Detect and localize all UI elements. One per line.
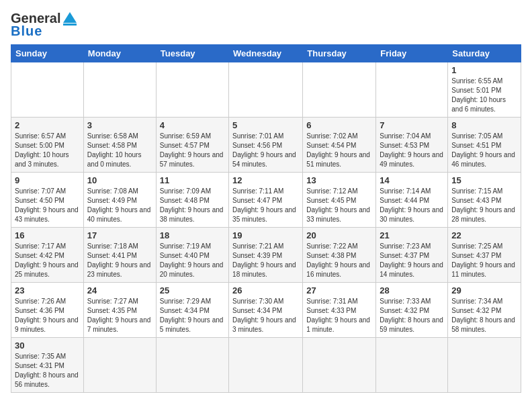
calendar-cell: 26Sunrise: 7:30 AM Sunset: 4:34 PM Dayli… xyxy=(229,283,303,338)
day-number: 17 xyxy=(87,230,152,240)
calendar-cell xyxy=(83,62,156,118)
day-number: 21 xyxy=(380,230,444,240)
day-number: 8 xyxy=(451,120,517,130)
calendar-cell: 19Sunrise: 7:21 AM Sunset: 4:39 PM Dayli… xyxy=(229,228,303,283)
calendar-cell xyxy=(376,62,448,118)
day-number: 12 xyxy=(232,175,299,185)
calendar-week-row: 30Sunrise: 7:35 AM Sunset: 4:31 PM Dayli… xyxy=(11,338,521,393)
day-of-week-header: Monday xyxy=(83,45,156,62)
calendar-cell: 1Sunrise: 6:55 AM Sunset: 5:01 PM Daylig… xyxy=(448,62,521,118)
day-info: Sunrise: 6:59 AM Sunset: 4:57 PM Dayligh… xyxy=(160,132,225,169)
day-number: 25 xyxy=(160,285,225,295)
calendar-cell: 22Sunrise: 7:25 AM Sunset: 4:37 PM Dayli… xyxy=(448,228,521,283)
calendar-cell: 9Sunrise: 7:07 AM Sunset: 4:50 PM Daylig… xyxy=(11,173,84,228)
day-number: 13 xyxy=(306,175,372,185)
day-number: 2 xyxy=(15,120,80,130)
calendar-table: SundayMondayTuesdayWednesdayThursdayFrid… xyxy=(11,44,521,393)
day-number: 1 xyxy=(451,65,517,75)
day-number: 9 xyxy=(15,175,80,185)
day-info: Sunrise: 7:01 AM Sunset: 4:56 PM Dayligh… xyxy=(232,132,299,169)
calendar-cell xyxy=(376,338,448,393)
day-info: Sunrise: 7:22 AM Sunset: 4:38 PM Dayligh… xyxy=(306,242,372,279)
day-number: 30 xyxy=(15,340,80,351)
calendar-cell xyxy=(303,62,376,118)
day-info: Sunrise: 7:26 AM Sunset: 4:36 PM Dayligh… xyxy=(15,297,80,334)
calendar-week-row: 16Sunrise: 7:17 AM Sunset: 4:42 PM Dayli… xyxy=(11,228,521,283)
day-info: Sunrise: 7:17 AM Sunset: 4:42 PM Dayligh… xyxy=(15,242,80,279)
day-info: Sunrise: 7:12 AM Sunset: 4:45 PM Dayligh… xyxy=(306,187,372,224)
calendar-header-row: SundayMondayTuesdayWednesdayThursdayFrid… xyxy=(11,45,521,62)
calendar-cell: 6Sunrise: 7:02 AM Sunset: 4:54 PM Daylig… xyxy=(303,118,376,173)
day-info: Sunrise: 7:23 AM Sunset: 4:37 PM Dayligh… xyxy=(380,242,444,279)
logo: General Blue xyxy=(11,11,77,39)
page-header: General Blue xyxy=(11,11,521,39)
day-number: 29 xyxy=(451,285,517,295)
day-info: Sunrise: 6:55 AM Sunset: 5:01 PM Dayligh… xyxy=(451,77,517,114)
day-number: 28 xyxy=(380,285,444,295)
calendar-cell: 12Sunrise: 7:11 AM Sunset: 4:47 PM Dayli… xyxy=(229,173,303,228)
day-number: 11 xyxy=(160,175,225,185)
day-info: Sunrise: 7:04 AM Sunset: 4:53 PM Dayligh… xyxy=(380,132,444,169)
day-info: Sunrise: 7:31 AM Sunset: 4:33 PM Dayligh… xyxy=(306,297,372,334)
calendar-cell: 29Sunrise: 7:34 AM Sunset: 4:32 PM Dayli… xyxy=(448,283,521,338)
calendar-cell: 13Sunrise: 7:12 AM Sunset: 4:45 PM Dayli… xyxy=(303,173,376,228)
day-info: Sunrise: 7:33 AM Sunset: 4:32 PM Dayligh… xyxy=(380,297,444,334)
day-info: Sunrise: 6:57 AM Sunset: 5:00 PM Dayligh… xyxy=(15,132,80,169)
day-of-week-header: Tuesday xyxy=(156,45,228,62)
day-info: Sunrise: 7:29 AM Sunset: 4:34 PM Dayligh… xyxy=(160,297,225,334)
day-info: Sunrise: 7:08 AM Sunset: 4:49 PM Dayligh… xyxy=(87,187,152,224)
day-of-week-header: Wednesday xyxy=(229,45,303,62)
calendar-cell: 21Sunrise: 7:23 AM Sunset: 4:37 PM Dayli… xyxy=(376,228,448,283)
day-info: Sunrise: 7:27 AM Sunset: 4:35 PM Dayligh… xyxy=(87,297,152,334)
day-info: Sunrise: 7:15 AM Sunset: 4:43 PM Dayligh… xyxy=(451,187,517,224)
day-info: Sunrise: 7:35 AM Sunset: 4:31 PM Dayligh… xyxy=(15,352,80,390)
calendar-cell: 14Sunrise: 7:14 AM Sunset: 4:44 PM Dayli… xyxy=(376,173,448,228)
day-number: 26 xyxy=(232,285,299,295)
day-info: Sunrise: 7:21 AM Sunset: 4:39 PM Dayligh… xyxy=(232,242,299,279)
day-info: Sunrise: 7:25 AM Sunset: 4:37 PM Dayligh… xyxy=(451,242,517,279)
day-of-week-header: Sunday xyxy=(11,45,84,62)
day-number: 10 xyxy=(87,175,152,185)
day-info: Sunrise: 7:11 AM Sunset: 4:47 PM Dayligh… xyxy=(232,187,299,224)
day-info: Sunrise: 7:02 AM Sunset: 4:54 PM Dayligh… xyxy=(306,132,372,169)
day-info: Sunrise: 7:14 AM Sunset: 4:44 PM Dayligh… xyxy=(380,187,444,224)
day-number: 23 xyxy=(15,285,80,295)
day-of-week-header: Thursday xyxy=(303,45,376,62)
calendar-cell xyxy=(83,338,156,393)
calendar-cell: 4Sunrise: 6:59 AM Sunset: 4:57 PM Daylig… xyxy=(156,118,228,173)
day-info: Sunrise: 7:19 AM Sunset: 4:40 PM Dayligh… xyxy=(160,242,225,279)
calendar-cell xyxy=(156,338,228,393)
day-info: Sunrise: 7:05 AM Sunset: 4:51 PM Dayligh… xyxy=(451,132,517,169)
calendar-week-row: 23Sunrise: 7:26 AM Sunset: 4:36 PM Dayli… xyxy=(11,283,521,338)
logo-blue-text: Blue xyxy=(11,24,42,39)
day-info: Sunrise: 7:09 AM Sunset: 4:48 PM Dayligh… xyxy=(160,187,225,224)
calendar-cell: 30Sunrise: 7:35 AM Sunset: 4:31 PM Dayli… xyxy=(11,338,84,393)
calendar-cell: 17Sunrise: 7:18 AM Sunset: 4:41 PM Dayli… xyxy=(83,228,156,283)
day-number: 20 xyxy=(306,230,372,240)
day-number: 7 xyxy=(380,120,444,130)
day-number: 16 xyxy=(15,230,80,240)
calendar-cell: 23Sunrise: 7:26 AM Sunset: 4:36 PM Dayli… xyxy=(11,283,84,338)
calendar-cell: 25Sunrise: 7:29 AM Sunset: 4:34 PM Dayli… xyxy=(156,283,228,338)
calendar-cell: 15Sunrise: 7:15 AM Sunset: 4:43 PM Dayli… xyxy=(448,173,521,228)
day-info: Sunrise: 7:30 AM Sunset: 4:34 PM Dayligh… xyxy=(232,297,299,334)
calendar-cell xyxy=(11,62,84,118)
calendar-cell: 11Sunrise: 7:09 AM Sunset: 4:48 PM Dayli… xyxy=(156,173,228,228)
calendar-cell: 2Sunrise: 6:57 AM Sunset: 5:00 PM Daylig… xyxy=(11,118,84,173)
day-of-week-header: Saturday xyxy=(448,45,521,62)
day-number: 27 xyxy=(306,285,372,295)
calendar-cell xyxy=(156,62,228,118)
day-number: 22 xyxy=(451,230,517,240)
calendar-cell: 7Sunrise: 7:04 AM Sunset: 4:53 PM Daylig… xyxy=(376,118,448,173)
calendar-cell: 27Sunrise: 7:31 AM Sunset: 4:33 PM Dayli… xyxy=(303,283,376,338)
calendar-cell: 18Sunrise: 7:19 AM Sunset: 4:40 PM Dayli… xyxy=(156,228,228,283)
day-number: 6 xyxy=(306,120,372,130)
day-number: 15 xyxy=(451,175,517,185)
calendar-cell xyxy=(303,338,376,393)
calendar-cell: 28Sunrise: 7:33 AM Sunset: 4:32 PM Dayli… xyxy=(376,283,448,338)
day-number: 5 xyxy=(232,120,299,130)
day-info: Sunrise: 6:58 AM Sunset: 4:58 PM Dayligh… xyxy=(87,132,152,169)
day-info: Sunrise: 7:34 AM Sunset: 4:32 PM Dayligh… xyxy=(451,297,517,334)
calendar-cell: 16Sunrise: 7:17 AM Sunset: 4:42 PM Dayli… xyxy=(11,228,84,283)
day-number: 4 xyxy=(160,120,225,130)
